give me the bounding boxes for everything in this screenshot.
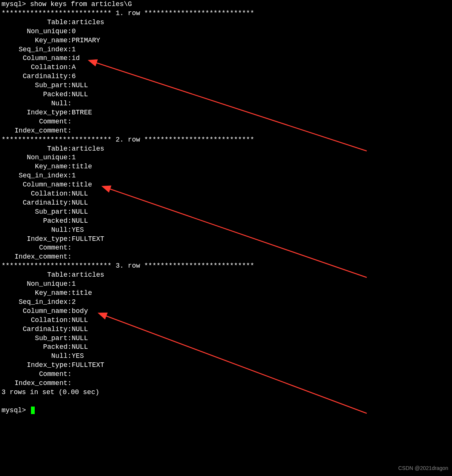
field-label: Cardinality <box>2 325 68 334</box>
field-collation: Collation: NULL <box>2 189 450 199</box>
field-label: Collation <box>2 63 68 72</box>
field-value: PRIMARY <box>72 36 100 45</box>
colon: : <box>68 361 72 370</box>
field-value: NULL <box>72 334 88 343</box>
colon: : <box>68 117 72 126</box>
colon: : <box>68 379 72 388</box>
field-sub_part: Sub_part: NULL <box>2 81 450 90</box>
colon: : <box>68 63 72 72</box>
field-value: 2 <box>72 298 76 307</box>
field-collation: Collation: NULL <box>2 316 450 325</box>
field-label: Index_comment <box>2 253 68 262</box>
field-label: Null <box>2 352 68 361</box>
colon: : <box>68 99 72 108</box>
field-label: Null <box>2 226 68 235</box>
field-packed: Packed: NULL <box>2 343 450 352</box>
colon: : <box>68 217 72 226</box>
colon: : <box>68 36 72 45</box>
field-label: Index_type <box>2 361 68 370</box>
result-summary: 3 rows in set (0.00 sec) <box>2 388 450 397</box>
field-label: Packed <box>2 217 68 226</box>
field-seq_in_index: Seq_in_index: 2 <box>2 298 450 307</box>
colon: : <box>68 253 72 262</box>
field-label: Column_name <box>2 307 68 316</box>
field-value: title <box>72 162 92 171</box>
field-label: Non_unique <box>2 27 68 36</box>
field-null: Null: YES <box>2 226 450 235</box>
row-separator: *************************** 2. row *****… <box>2 136 450 145</box>
field-label: Non_unique <box>2 153 68 162</box>
field-non_unique: Non_unique: 0 <box>2 27 450 36</box>
watermark: CSDN @2021dragon <box>398 464 448 473</box>
field-value: NULL <box>72 343 88 352</box>
field-index_type: Index_type: BTREE <box>2 108 450 117</box>
field-label: Seq_in_index <box>2 298 68 307</box>
field-label: Non_unique <box>2 280 68 289</box>
colon: : <box>68 307 72 316</box>
field-table: Table: articles <box>2 145 450 154</box>
field-table: Table: articles <box>2 18 450 27</box>
colon: : <box>68 153 72 162</box>
field-label: Index_type <box>2 108 68 117</box>
row-separator: *************************** 1. row *****… <box>2 9 450 18</box>
colon: : <box>68 145 72 154</box>
colon: : <box>68 334 72 343</box>
field-label: Packed <box>2 90 68 99</box>
field-label: Seq_in_index <box>2 45 68 54</box>
field-seq_in_index: Seq_in_index: 1 <box>2 45 450 54</box>
field-value: NULL <box>72 199 88 208</box>
colon: : <box>68 126 72 136</box>
colon: : <box>68 235 72 244</box>
field-cardinality: Cardinality: NULL <box>2 325 450 334</box>
field-value: title <box>72 180 92 189</box>
field-value: NULL <box>72 189 88 199</box>
field-label: Packed <box>2 343 68 352</box>
field-value: FULLTEXT <box>72 361 104 370</box>
prompt-line[interactable]: mysql> <box>2 406 450 415</box>
colon: : <box>68 27 72 36</box>
field-cardinality: Cardinality: NULL <box>2 199 450 208</box>
field-value: YES <box>72 352 84 361</box>
field-label: Comment <box>2 243 68 253</box>
field-comment: Comment: <box>2 243 450 253</box>
field-label: Index_comment <box>2 126 68 136</box>
field-index_type: Index_type: FULLTEXT <box>2 361 450 370</box>
field-label: Index_type <box>2 235 68 244</box>
colon: : <box>68 271 72 280</box>
field-cardinality: Cardinality: 6 <box>2 72 450 81</box>
colon: : <box>68 298 72 307</box>
field-value: NULL <box>72 217 88 226</box>
field-collation: Collation: A <box>2 63 450 72</box>
colon: : <box>68 226 72 235</box>
field-label: Table <box>2 18 68 27</box>
field-label: Sub_part <box>2 81 68 90</box>
field-comment: Comment: <box>2 370 450 379</box>
command-text[interactable]: show keys from articles\G <box>30 0 132 8</box>
field-label: Table <box>2 271 68 280</box>
field-null: Null: YES <box>2 352 450 361</box>
field-label: Cardinality <box>2 199 68 208</box>
colon: : <box>68 54 72 63</box>
colon: : <box>68 280 72 289</box>
colon: : <box>68 208 72 217</box>
field-index_comment: Index_comment: <box>2 379 450 388</box>
field-sub_part: Sub_part: NULL <box>2 334 450 343</box>
field-value: articles <box>72 18 104 27</box>
colon: : <box>68 370 72 379</box>
field-key_name: Key_name: title <box>2 289 450 298</box>
field-value: FULLTEXT <box>72 235 104 244</box>
field-value: 1 <box>72 280 76 289</box>
field-label: Sub_part <box>2 208 68 217</box>
field-seq_in_index: Seq_in_index: 1 <box>2 171 450 180</box>
field-packed: Packed: NULL <box>2 90 450 99</box>
field-label: Index_comment <box>2 379 68 388</box>
field-label: Sub_part <box>2 334 68 343</box>
colon: : <box>68 343 72 352</box>
field-label: Key_name <box>2 36 68 45</box>
terminal-output: mysql> show keys from articles\G********… <box>2 0 450 415</box>
colon: : <box>68 45 72 54</box>
colon: : <box>68 316 72 325</box>
field-column_name: Column_name: id <box>2 54 450 63</box>
field-label: Key_name <box>2 289 68 298</box>
colon: : <box>68 180 72 189</box>
